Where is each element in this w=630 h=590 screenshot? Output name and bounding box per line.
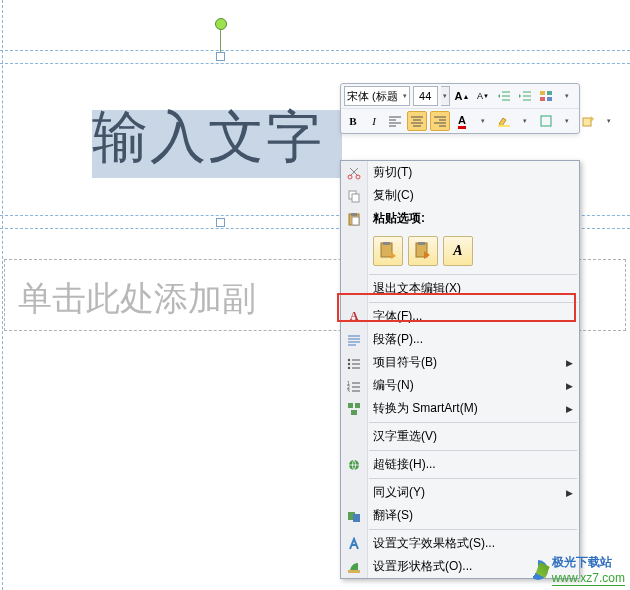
cut-icon	[345, 164, 363, 182]
svg-point-20	[348, 366, 350, 368]
menu-bullets[interactable]: 项目符号(B)▶	[341, 351, 579, 374]
translate-icon	[345, 507, 363, 525]
shrink-font-icon[interactable]: A▼	[474, 87, 492, 105]
quick-styles-dropdown[interactable]: ▾	[558, 87, 576, 105]
svg-rect-15	[383, 242, 390, 245]
new-shape-dropdown[interactable]: ▾	[600, 112, 618, 130]
shape-outline-dropdown[interactable]: ▾	[558, 112, 576, 130]
svg-rect-26	[351, 410, 357, 415]
paste-option-text-only[interactable]: A	[443, 236, 473, 266]
menu-font[interactable]: A 字体(F)...	[341, 305, 579, 328]
font-name-combo[interactable]: 宋体 (标题▾	[344, 86, 410, 106]
menu-paragraph[interactable]: 段落(P)...	[341, 328, 579, 351]
font-size-dropdown[interactable]: ▾	[441, 86, 450, 106]
watermark-logo-icon	[528, 560, 548, 580]
numbering-icon: 123	[345, 377, 363, 395]
font-color-icon[interactable]: A	[453, 112, 471, 130]
svg-rect-4	[498, 125, 510, 127]
decrease-indent-icon[interactable]	[495, 87, 513, 105]
menu-numbering[interactable]: 123 编号(N)▶	[341, 374, 579, 397]
menu-copy[interactable]: 复制(C)	[341, 184, 579, 207]
svg-rect-6	[583, 118, 591, 126]
svg-rect-10	[352, 194, 359, 202]
svg-text:3: 3	[347, 388, 350, 392]
paste-icon	[345, 210, 363, 228]
align-right-icon[interactable]	[430, 111, 450, 131]
svg-point-18	[348, 358, 350, 360]
increase-indent-icon[interactable]	[516, 87, 534, 105]
grow-font-icon[interactable]: A▲	[453, 87, 471, 105]
highlight-icon[interactable]	[495, 112, 513, 130]
svg-rect-12	[351, 213, 357, 216]
align-left-icon[interactable]	[386, 112, 404, 130]
menu-paste-options: 粘贴选项:	[341, 207, 579, 230]
bold-icon[interactable]: B	[344, 112, 362, 130]
resize-handle-top[interactable]	[216, 52, 225, 61]
highlight-dropdown[interactable]: ▾	[516, 112, 534, 130]
context-menu: 剪切(T) 复制(C) 粘贴选项: A 退出文本编辑(X) A 字体(F)...…	[340, 160, 580, 579]
menu-synonyms[interactable]: 同义词(Y)▶	[341, 481, 579, 504]
text-effect-icon	[345, 535, 363, 553]
menu-text-effect-format[interactable]: 设置文字效果格式(S)...	[341, 532, 579, 555]
copy-icon	[345, 187, 363, 205]
font-icon: A	[345, 308, 363, 326]
menu-translate[interactable]: 翻译(S)	[341, 504, 579, 527]
paste-option-keep-source[interactable]	[373, 236, 403, 266]
svg-rect-17	[418, 242, 425, 245]
svg-point-19	[348, 362, 350, 364]
svg-rect-2	[540, 97, 545, 101]
svg-rect-5	[541, 116, 551, 126]
svg-rect-30	[348, 570, 360, 573]
svg-rect-24	[348, 403, 353, 408]
resize-handle-bottom[interactable]	[216, 218, 225, 227]
menu-cut[interactable]: 剪切(T)	[341, 161, 579, 184]
paragraph-icon	[345, 331, 363, 349]
italic-icon[interactable]: I	[365, 112, 383, 130]
watermark: 极光下载站 www.xz7.com	[528, 554, 625, 586]
quick-styles-icon[interactable]	[537, 87, 555, 105]
menu-convert-smartart[interactable]: 转换为 SmartArt(M)▶	[341, 397, 579, 420]
hyperlink-icon	[345, 456, 363, 474]
shape-format-icon	[345, 558, 363, 576]
paste-option-merge[interactable]	[408, 236, 438, 266]
title-text[interactable]: 输入文字	[92, 100, 324, 176]
bullets-icon	[345, 354, 363, 372]
align-center-icon[interactable]	[407, 111, 427, 131]
menu-hyperlink[interactable]: 超链接(H)...	[341, 453, 579, 476]
svg-rect-13	[352, 217, 359, 225]
new-shape-icon[interactable]	[579, 112, 597, 130]
subtitle-text[interactable]: 单击此处添加副	[18, 276, 256, 322]
svg-rect-1	[547, 91, 552, 95]
svg-rect-29	[353, 514, 360, 522]
svg-rect-14	[381, 243, 392, 257]
font-size-combo[interactable]: 44	[413, 86, 438, 106]
svg-rect-25	[355, 403, 360, 408]
mini-toolbar: 宋体 (标题▾ 44 ▾ A▲ A▼ ▾ B I A ▾ ▾ ▾ ▾	[340, 83, 580, 134]
smartart-icon	[345, 400, 363, 418]
font-color-dropdown[interactable]: ▾	[474, 112, 492, 130]
rotate-handle[interactable]	[215, 18, 227, 30]
menu-chinese-relayout[interactable]: 汉字重选(V)	[341, 425, 579, 448]
shape-outline-icon[interactable]	[537, 112, 555, 130]
menu-exit-text-edit[interactable]: 退出文本编辑(X)	[341, 277, 579, 300]
svg-rect-3	[547, 97, 552, 101]
svg-rect-0	[540, 91, 545, 95]
